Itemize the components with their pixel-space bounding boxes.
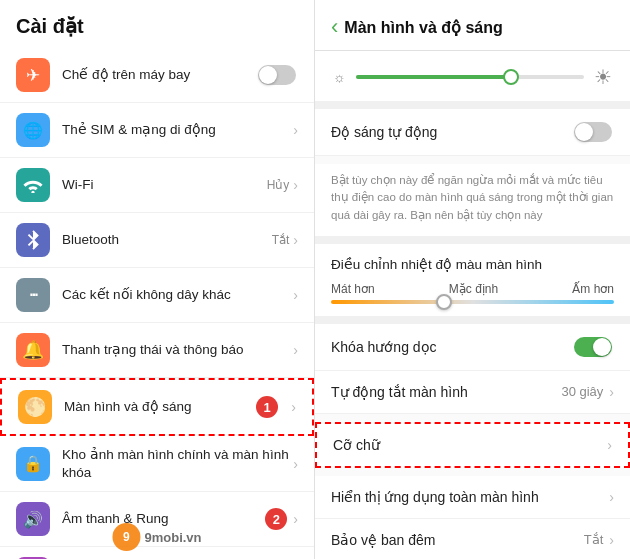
display-label: Màn hình và độ sáng bbox=[64, 398, 287, 416]
airplane-label: Chế độ trên máy bay bbox=[62, 66, 258, 84]
airplane-toggle[interactable] bbox=[258, 65, 296, 85]
lock-orientation-section: Khóa hướng dọc Tự động tắt màn hình 30 g… bbox=[315, 324, 630, 414]
brightness-track[interactable] bbox=[356, 75, 584, 79]
temp-thumb[interactable] bbox=[436, 294, 452, 310]
settings-item-display[interactable]: 🌕 Màn hình và độ sáng 1 › ◄ bbox=[0, 378, 314, 436]
temp-cool: Mát hơn bbox=[331, 282, 375, 296]
settings-item-airplane[interactable]: ✈ Chế độ trên máy bay bbox=[0, 48, 314, 103]
wifi-chevron: › bbox=[293, 177, 298, 193]
auto-brightness-label: Độ sáng tự động bbox=[331, 124, 574, 140]
temp-title: Điều chỉnh nhiệt độ màu màn hình bbox=[331, 256, 614, 272]
watermark-logo: 9 bbox=[112, 523, 140, 551]
auto-off-value: 30 giây bbox=[561, 384, 603, 399]
left-header: Cài đặt bbox=[0, 0, 314, 48]
sim-chevron: › bbox=[293, 122, 298, 138]
misc-section: Hiển thị ứng dụng toàn màn hình › Bảo vệ… bbox=[315, 476, 630, 559]
lock-orientation-label: Khóa hướng dọc bbox=[331, 339, 574, 355]
bluetooth-chevron: › bbox=[293, 232, 298, 248]
temp-warm: Ấm hơn bbox=[572, 282, 614, 296]
right-content: ☼ ☀ Độ sáng tự động Bật tùy chọn này để … bbox=[315, 51, 630, 559]
sun-small-icon: ☼ bbox=[333, 69, 346, 85]
font-size-section: Cỡ chữ › ► bbox=[315, 422, 630, 468]
night-shield-chevron: › bbox=[609, 532, 614, 548]
settings-item-bluetooth[interactable]: Bluetooth Tắt › bbox=[0, 213, 314, 268]
circle-badge-2: 2 bbox=[265, 508, 287, 530]
right-header: ‹ Màn hình và độ sáng bbox=[315, 0, 630, 51]
auto-brightness-row[interactable]: Độ sáng tự động bbox=[315, 109, 630, 156]
auto-brightness-desc: Bật tùy chọn này để ngăn ngừa mỏi mắt và… bbox=[315, 164, 630, 244]
fullscreen-label: Hiển thị ứng dụng toàn màn hình bbox=[331, 489, 609, 505]
notifications-chevron: › bbox=[293, 342, 298, 358]
settings-item-wifi[interactable]: Wi-Fi Hủy › bbox=[0, 158, 314, 213]
brightness-fill bbox=[356, 75, 516, 79]
connections-label: Các kết nối không dây khác bbox=[62, 286, 293, 304]
lockscreen-icon: 🔒 bbox=[16, 447, 50, 481]
watermark-text: 9mobi.vn bbox=[144, 530, 201, 545]
brightness-section: ☼ ☀ bbox=[315, 51, 630, 109]
display-chevron: › bbox=[291, 399, 296, 415]
night-shield-label: Bảo vệ ban đêm bbox=[331, 532, 584, 548]
right-panel: ‹ Màn hình và độ sáng ☼ ☀ Độ sáng tự độn… bbox=[315, 0, 630, 559]
right-title: Màn hình và độ sáng bbox=[344, 18, 502, 37]
fullscreen-chevron: › bbox=[609, 489, 614, 505]
bluetooth-label: Bluetooth bbox=[62, 231, 272, 249]
auto-off-chevron: › bbox=[609, 384, 614, 400]
svg-line-1 bbox=[28, 235, 33, 240]
brightness-thumb[interactable] bbox=[503, 69, 519, 85]
font-size-row[interactable]: Cỡ chữ › ► bbox=[315, 422, 630, 468]
watermark: 9 9mobi.vn bbox=[112, 523, 201, 551]
notifications-label: Thanh trạng thái và thông báo bbox=[62, 341, 293, 359]
font-size-chevron: › bbox=[607, 437, 612, 453]
brightness-slider-row: ☼ ☀ bbox=[333, 65, 612, 89]
settings-item-lockscreen[interactable]: 🔒 Kho ảnh màn hình chính và màn hình khó… bbox=[0, 436, 314, 492]
night-shield-value: Tắt bbox=[584, 532, 604, 547]
wifi-icon bbox=[16, 168, 50, 202]
auto-off-label: Tự động tắt màn hình bbox=[331, 384, 561, 400]
auto-brightness-section: Độ sáng tự động bbox=[315, 109, 630, 156]
wifi-badge: Hủy bbox=[267, 178, 290, 192]
back-icon[interactable]: ‹ bbox=[331, 14, 338, 40]
temp-default: Mặc định bbox=[449, 282, 498, 296]
auto-off-row[interactable]: Tự động tắt màn hình 30 giây › bbox=[315, 371, 630, 414]
display-icon: 🌕 bbox=[18, 390, 52, 424]
temp-section: Điều chỉnh nhiệt độ màu màn hình Mát hơn… bbox=[315, 244, 630, 324]
font-size-label: Cỡ chữ bbox=[333, 437, 607, 453]
left-panel: Cài đặt ✈ Chế độ trên máy bay 🌐 Thẻ SIM … bbox=[0, 0, 315, 559]
settings-item-connections[interactable]: ··· Các kết nối không dây khác › bbox=[0, 268, 314, 323]
bluetooth-badge: Tắt bbox=[272, 233, 290, 247]
auto-brightness-toggle[interactable] bbox=[574, 122, 612, 142]
sim-label: Thẻ SIM & mạng di động bbox=[62, 121, 293, 139]
svg-point-0 bbox=[31, 191, 34, 193]
sound-chevron: › bbox=[293, 511, 298, 527]
fullscreen-row[interactable]: Hiển thị ứng dụng toàn màn hình › bbox=[315, 476, 630, 519]
connections-icon: ··· bbox=[16, 278, 50, 312]
airplane-icon: ✈ bbox=[16, 58, 50, 92]
sun-large-icon: ☀ bbox=[594, 65, 612, 89]
settings-item-sim[interactable]: 🌐 Thẻ SIM & mạng di động › bbox=[0, 103, 314, 158]
sound-icon: 🔊 bbox=[16, 502, 50, 536]
svg-line-2 bbox=[28, 241, 33, 246]
temp-labels: Mát hơn Mặc định Ấm hơn bbox=[331, 282, 614, 296]
night-shield-row[interactable]: Bảo vệ ban đêm Tắt › bbox=[315, 519, 630, 559]
connections-chevron: › bbox=[293, 287, 298, 303]
lock-orientation-toggle[interactable] bbox=[574, 337, 612, 357]
bluetooth-icon bbox=[16, 223, 50, 257]
lockscreen-label: Kho ảnh màn hình chính và màn hình khóa bbox=[62, 446, 293, 481]
wifi-label: Wi-Fi bbox=[62, 176, 267, 194]
temp-track[interactable] bbox=[331, 300, 614, 304]
lock-orientation-row[interactable]: Khóa hướng dọc bbox=[315, 324, 630, 371]
settings-list: ✈ Chế độ trên máy bay 🌐 Thẻ SIM & mạng d… bbox=[0, 48, 314, 559]
sim-icon: 🌐 bbox=[16, 113, 50, 147]
notifications-icon: 🔔 bbox=[16, 333, 50, 367]
lockscreen-chevron: › bbox=[293, 456, 298, 472]
circle-badge-1: 1 bbox=[256, 396, 278, 418]
settings-item-notifications[interactable]: 🔔 Thanh trạng thái và thông báo › bbox=[0, 323, 314, 378]
